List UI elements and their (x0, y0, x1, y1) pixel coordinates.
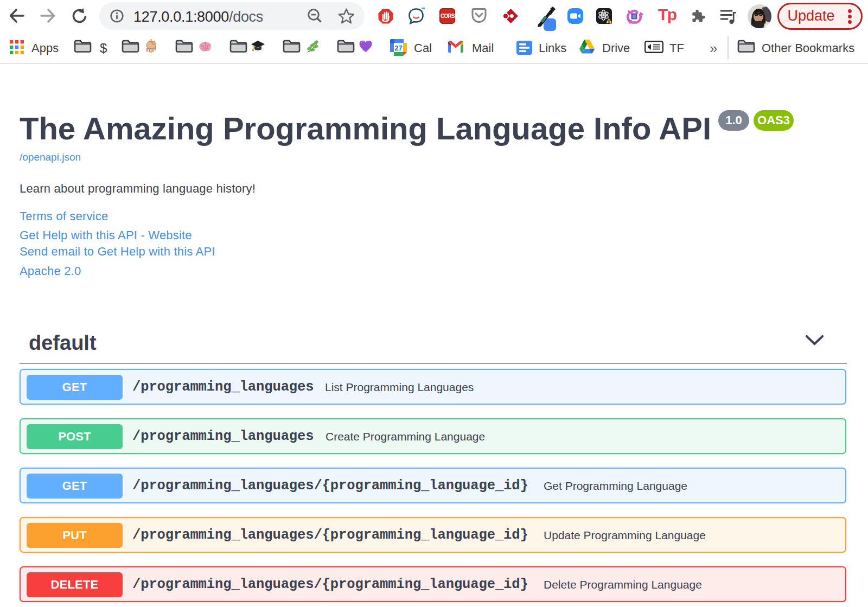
svg-text:27: 27 (394, 44, 402, 52)
